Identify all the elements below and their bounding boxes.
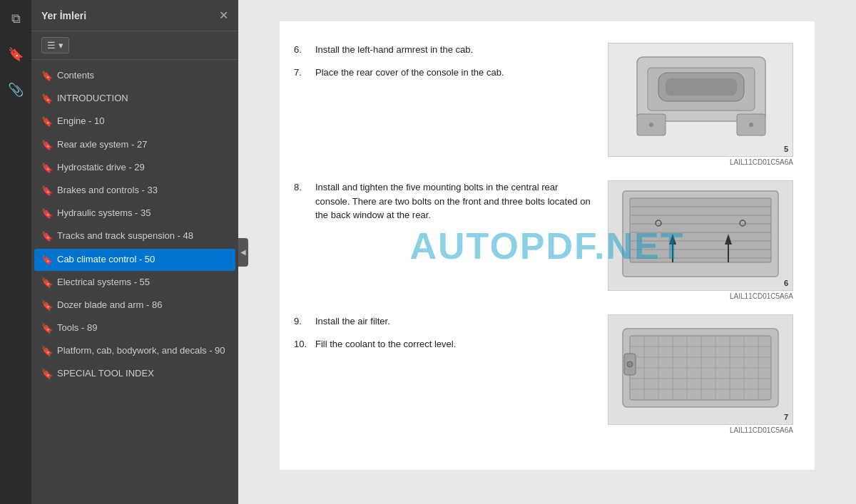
figure-6-caption: LAIL11CD01C5A6A [608, 292, 793, 300]
bookmark-item-icon: 🔖 [41, 115, 51, 128]
sidebar-item-3[interactable]: 🔖Rear axle system - 27 [34, 134, 235, 156]
sidebar-item-10[interactable]: 🔖Dozer blade and arm - 86 [34, 294, 235, 317]
armrest-svg [608, 43, 793, 157]
figure-7-number: 7 [784, 413, 788, 421]
bookmark-item-icon: 🔖 [41, 93, 51, 106]
bookmark-item-icon: 🔖 [41, 254, 51, 267]
page-document: AUTOPDF.NET 6. Install the left-hand arm… [280, 21, 815, 470]
bookmark-item-label: Rear axle system - 27 [57, 138, 225, 151]
bookmark-item-icon: 🔖 [41, 70, 51, 83]
step-6-num: 6. [294, 43, 315, 57]
bookmark-list: 🔖Contents🔖INTRODUCTION🔖Engine - 10🔖Rear … [31, 60, 238, 504]
figure-6-block: 6 LAIL11CD01C5A6A [608, 180, 793, 300]
figure-5-image: 5 [608, 43, 793, 157]
content-row-2: 8. Install and tighten the five mounting… [294, 180, 793, 300]
bookmark-item-icon: 🔖 [41, 162, 51, 175]
bookmark-item-label: Cab climate control - 50 [57, 253, 225, 266]
step-9-num: 9. [294, 314, 315, 329]
sidebar-panel: Yer İmleri ✕ ☰ ▾ 🔖Contents🔖INTRODUCTION🔖… [31, 0, 238, 504]
sidebar-collapse-handle[interactable]: ◀ [238, 238, 248, 267]
sidebar-item-12[interactable]: 🔖Platform, cab, bodywork, and decals - 9… [34, 340, 235, 362]
bookmark-item-icon: 🔖 [41, 139, 51, 152]
bookmark-item-label: Dozer blade and arm - 86 [57, 299, 225, 312]
svg-rect-4 [666, 78, 737, 96]
bookmark-item-label: INTRODUCTION [57, 92, 225, 105]
bookmark-item-label: Tools - 89 [57, 322, 225, 334]
bookmark-item-icon: 🔖 [41, 368, 51, 381]
main-content: AUTOPDF.NET 6. Install the left-hand arm… [238, 0, 856, 504]
bookmark-item-label: Hydrostatic drive - 29 [57, 161, 225, 174]
step-9: 9. Install the air filter. [294, 314, 593, 329]
figure-7-caption: LAIL11CD01C5A6A [608, 426, 793, 434]
step-7: 7. Place the rear cover of the console i… [294, 66, 593, 80]
sidebar-item-0[interactable]: 🔖Contents [34, 65, 235, 87]
bookmark-item-icon: 🔖 [41, 207, 51, 220]
step-7-text: Place the rear cover of the console in t… [315, 66, 593, 80]
console-svg [608, 180, 793, 291]
menu-icon: ☰ [47, 40, 56, 51]
bookmark-item-label: Hydraulic systems - 35 [57, 207, 225, 220]
svg-point-43 [627, 361, 633, 367]
bookmark-item-label: Tracks and track suspension - 48 [57, 230, 225, 242]
figure-5-number: 5 [784, 145, 788, 153]
sidebar-item-13[interactable]: 🔖SPECIAL TOOL INDEX [34, 363, 235, 385]
sidebar-header: Yer İmleri ✕ [31, 0, 238, 31]
step-8-num: 8. [294, 180, 315, 195]
bookmark-item-label: Contents [57, 69, 225, 82]
menu-chevron: ▾ [58, 40, 63, 51]
sidebar-item-7[interactable]: 🔖Tracks and track suspension - 48 [34, 225, 235, 247]
step-8: 8. Install and tighten the five mounting… [294, 180, 593, 222]
bookmark-item-label: Brakes and controls - 33 [57, 184, 225, 197]
bookmark-item-icon: 🔖 [41, 322, 51, 335]
figure-6-number: 6 [784, 279, 788, 287]
step-7-num: 7. [294, 66, 315, 80]
sidebar-item-8[interactable]: 🔖Cab climate control - 50 [34, 249, 235, 271]
content-row-1: 6. Install the left-hand armrest in the … [294, 43, 793, 166]
filter-svg [608, 314, 793, 425]
bookmark-item-icon: 🔖 [41, 345, 51, 358]
bookmark-item-icon: 🔖 [41, 230, 51, 243]
sidebar-item-9[interactable]: 🔖Electrical systems - 55 [34, 272, 235, 294]
sidebar-title: Yer İmleri [41, 10, 86, 21]
figure-5-block: 5 LAIL11CD01C5A6A [608, 43, 793, 166]
icon-bar: ⧉ 🔖 📎 [0, 0, 31, 504]
step-8-text: Install and tighten the five mounting bo… [315, 180, 593, 222]
bookmark-item-icon: 🔖 [41, 185, 51, 197]
steps-block-3: 9. Install the air filter. 10. Fill the … [294, 314, 593, 359]
step-10: 10. Fill the coolant to the correct leve… [294, 337, 593, 351]
steps-block-2: 8. Install and tighten the five mounting… [294, 180, 593, 231]
steps-block-1: 6. Install the left-hand armrest in the … [294, 43, 593, 88]
figure-7-block: 7 LAIL11CD01C5A6A [608, 314, 793, 434]
figure-6-image: 6 [608, 180, 793, 291]
svg-point-8 [749, 123, 753, 127]
bookmark-item-label: Platform, cab, bodywork, and decals - 90 [57, 344, 225, 357]
sidebar-item-11[interactable]: 🔖Tools - 89 [34, 317, 235, 339]
sidebar-menu-button[interactable]: ☰ ▾ [41, 37, 69, 53]
sidebar-item-1[interactable]: 🔖INTRODUCTION [34, 88, 235, 110]
svg-point-7 [649, 123, 653, 127]
step-6-text: Install the left-hand armrest in the cab… [315, 43, 593, 57]
sidebar-close-button[interactable]: ✕ [219, 9, 228, 22]
content-row-3: 9. Install the air filter. 10. Fill the … [294, 314, 793, 434]
sidebar-item-6[interactable]: 🔖Hydraulic systems - 35 [34, 202, 235, 225]
figure-7-image: 7 [608, 314, 793, 425]
bookmark-item-icon: 🔖 [41, 299, 51, 312]
sidebar-item-5[interactable]: 🔖Brakes and controls - 33 [34, 180, 235, 202]
paperclip-icon[interactable]: 📎 [4, 78, 27, 101]
figure-5-caption: LAIL11CD01C5A6A [608, 158, 793, 166]
sidebar-toolbar: ☰ ▾ [31, 31, 238, 60]
step-9-text: Install the air filter. [315, 314, 593, 329]
bookmark-item-icon: 🔖 [41, 277, 51, 289]
bookmark-item-label: SPECIAL TOOL INDEX [57, 367, 225, 380]
sidebar-item-4[interactable]: 🔖Hydrostatic drive - 29 [34, 157, 235, 179]
sidebar-item-2[interactable]: 🔖Engine - 10 [34, 110, 235, 133]
svg-rect-11 [630, 198, 771, 262]
copy-icon[interactable]: ⧉ [4, 7, 27, 30]
step-10-num: 10. [294, 337, 315, 351]
step-10-text: Fill the coolant to the correct level. [315, 337, 593, 351]
bookmark-item-label: Electrical systems - 55 [57, 276, 225, 289]
bookmark-item-label: Engine - 10 [57, 115, 225, 128]
step-6: 6. Install the left-hand armrest in the … [294, 43, 593, 57]
bookmark-panel-icon[interactable]: 🔖 [4, 43, 27, 66]
